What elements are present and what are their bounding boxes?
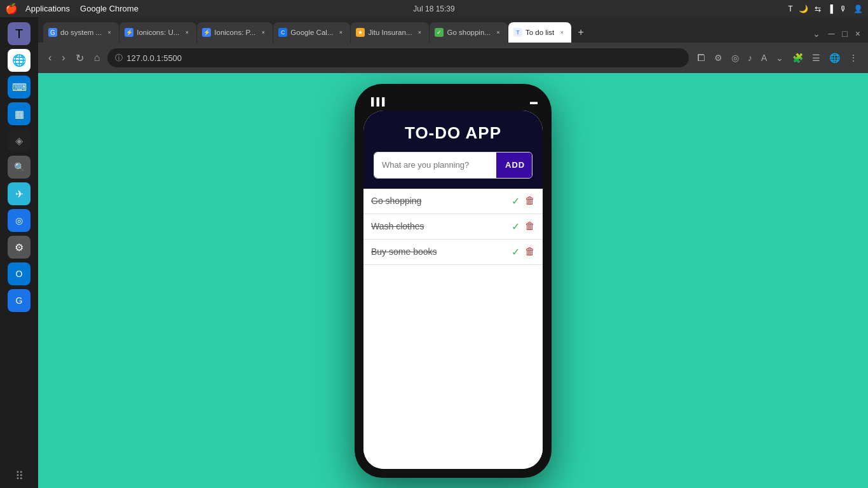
sidebar-icon[interactable]: ☰ <box>810 50 823 65</box>
moon-icon[interactable]: 🌙 <box>799 4 808 13</box>
todo-item: Wash clothes ✓ 🗑 <box>363 214 543 240</box>
tab-favicon-6: ✓ <box>435 28 444 37</box>
todo-item: Buy some books ✓ 🗑 <box>363 240 543 265</box>
mimestream-icon: ◎ <box>15 215 23 226</box>
delete-button-1[interactable]: 🗑 <box>525 195 535 207</box>
dock-bottom: ⠿ <box>15 469 24 483</box>
phone-screen: TO-DO APP ADD Go shopping ✓ 🗑 <box>363 111 543 469</box>
todo-list: Go shopping ✓ 🗑 Wash clothes ✓ 🗑 B <box>363 189 543 469</box>
tab-do-system[interactable]: G do system ... × <box>43 22 119 43</box>
arrows-icon[interactable]: ⇆ <box>815 4 821 13</box>
telegram-icon: ✈ <box>15 188 24 200</box>
check-button-3[interactable]: ✓ <box>512 246 520 258</box>
app-name-label: Google Chrome <box>80 4 139 13</box>
home-button[interactable]: ⌂ <box>92 50 103 66</box>
teams-tray-icon[interactable]: T <box>788 4 792 13</box>
volume-icon[interactable]: ▐ <box>827 4 833 13</box>
dock-teams[interactable]: T <box>8 22 31 45</box>
screenshot-icon[interactable]: ⧠ <box>694 50 708 65</box>
settings-icon: ⚙ <box>15 241 24 254</box>
check-button-2[interactable]: ✓ <box>512 220 520 233</box>
tab-close-5[interactable]: × <box>415 28 424 37</box>
dock-dots[interactable]: ⠿ <box>15 469 24 483</box>
minimize-button[interactable]: ─ <box>825 27 837 40</box>
check-button-1[interactable]: ✓ <box>512 195 520 207</box>
page-content: ▐▐▐ ▬ TO-DO APP ADD <box>38 73 868 488</box>
todo-item-text-2: Wash clothes <box>371 221 506 231</box>
reload-button[interactable]: ↻ <box>73 50 86 67</box>
chevron-icon[interactable]: ⌄ <box>773 50 786 65</box>
tab-title-2: Ionicons: U... <box>137 29 179 36</box>
add-button[interactable]: ADD <box>496 152 532 178</box>
outlook-icon: O <box>16 269 23 279</box>
tab-controls: ⌄ ─ □ × <box>810 27 863 43</box>
tab-title-6: Go shoppin... <box>447 29 490 36</box>
address-text: 127.0.0.1:5500 <box>126 53 182 63</box>
new-tab-button[interactable]: + <box>572 22 590 43</box>
todo-item-text-1: Go shopping <box>371 196 506 206</box>
tab-ionicons-u[interactable]: ⚡ Ionicons: U... × <box>119 22 196 43</box>
applications-menu[interactable]: Applications <box>25 4 70 13</box>
dock-affinity[interactable]: ◈ <box>8 129 31 152</box>
tab-title-5: Jitu Insuran... <box>368 29 412 36</box>
puzzle-icon[interactable]: 🧩 <box>790 50 806 65</box>
chrome-icon: 🌐 <box>12 53 26 67</box>
dock-outlook[interactable]: O <box>8 262 31 285</box>
tab-google-cal[interactable]: C Google Cal... × <box>273 22 350 43</box>
dock-mimestream[interactable]: ◎ <box>8 209 31 232</box>
maximize-button[interactable]: □ <box>839 27 850 40</box>
settings-icon[interactable]: ◎ <box>729 50 742 65</box>
addon-icon[interactable]: ♪ <box>745 50 755 65</box>
tab-favicon-7: T <box>513 28 522 37</box>
tab-favicon-1: G <box>48 28 57 37</box>
todo-item-text-3: Buy some books <box>371 247 506 257</box>
dock-settings[interactable]: ⚙ <box>8 236 31 259</box>
tab-jitu[interactable]: ★ Jitu Insuran... × <box>351 22 429 43</box>
forward-button[interactable]: › <box>59 50 67 66</box>
tab-close-7[interactable]: × <box>557 28 566 37</box>
dock-telegram[interactable]: ✈ <box>8 182 31 205</box>
dock-google-docs[interactable]: G <box>8 289 31 312</box>
back-button[interactable]: ‹ <box>46 50 54 66</box>
spotlight-icon: 🔍 <box>14 162 25 172</box>
os-dock: T 🌐 ⌨ ▦ ◈ 🔍 ✈ ◎ ⚙ O G ⠿ <box>0 17 38 488</box>
tab-list-button[interactable]: ⌄ <box>810 27 823 40</box>
address-input-container[interactable]: ⓘ 127.0.0.1:5500 <box>107 48 688 67</box>
signal-icon: ▐▐▐ <box>369 97 385 106</box>
delete-button-2[interactable]: 🗑 <box>525 220 535 232</box>
google-docs-icon: G <box>16 295 23 306</box>
toolbar-icons: ⧠ ⚙ ◎ ♪ A ⌄ 🧩 ☰ 🌐 ⋮ <box>694 50 860 65</box>
teams-icon: T <box>15 27 23 41</box>
tab-close-6[interactable]: × <box>494 28 503 37</box>
app-title: TO-DO APP <box>405 123 501 143</box>
delete-button-3[interactable]: 🗑 <box>525 246 535 257</box>
user-icon[interactable]: 👤 <box>853 4 863 13</box>
tab-close-2[interactable]: × <box>182 28 191 37</box>
mic-icon[interactable]: 🎙 <box>839 4 847 13</box>
tab-go-shopping[interactable]: ✓ Go shoppin... × <box>430 22 507 43</box>
apple-menu-icon[interactable]: 🍎 <box>5 3 18 15</box>
tab-title-4: Google Cal... <box>290 29 333 36</box>
menu-button[interactable]: ⋮ <box>846 50 860 65</box>
dock-vscode[interactable]: ⌨ <box>8 76 31 98</box>
tab-todo-list[interactable]: T To do list × <box>508 22 571 43</box>
profile-icon[interactable]: 🌐 <box>827 50 843 65</box>
tab-favicon-5: ★ <box>356 28 365 37</box>
phone-notch <box>418 93 488 108</box>
tab-favicon-3: ⚡ <box>202 28 211 37</box>
tab-ionicons-p[interactable]: ⚡ Ionicons: P... × <box>197 22 273 43</box>
tab-title-7: To do list <box>526 29 554 36</box>
tab-favicon-4: C <box>278 28 287 37</box>
tab-close-1[interactable]: × <box>105 28 114 37</box>
dock-spotlight[interactable]: 🔍 <box>8 156 31 179</box>
dock-chrome[interactable]: 🌐 <box>8 49 31 72</box>
extensions-icon[interactable]: ⚙ <box>712 50 725 65</box>
dock-ms-store[interactable]: ▦ <box>8 102 31 125</box>
address-bar: ‹ › ↻ ⌂ ⓘ 127.0.0.1:5500 ⧠ ⚙ ◎ ♪ A ⌄ 🧩 ☰… <box>38 43 868 73</box>
tab-close-3[interactable]: × <box>259 28 268 37</box>
close-window-button[interactable]: × <box>853 27 863 40</box>
task-input[interactable] <box>374 152 496 178</box>
tab-close-4[interactable]: × <box>336 28 345 37</box>
font-icon[interactable]: A <box>759 50 770 65</box>
browser-content: G do system ... × ⚡ Ionicons: U... × ⚡ I… <box>38 17 868 488</box>
